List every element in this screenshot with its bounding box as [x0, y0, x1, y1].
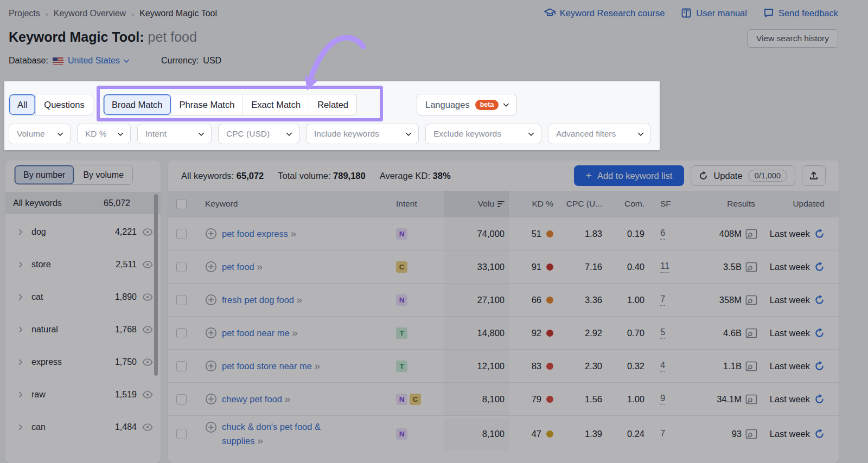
col-keyword[interactable]: Keyword — [194, 191, 395, 217]
expand-keyword-icon[interactable]: » — [257, 435, 263, 446]
sidebar-group-natural[interactable]: natural1,768 — [5, 313, 161, 346]
refresh-icon[interactable] — [814, 394, 825, 404]
sf-link[interactable]: 5 — [660, 327, 665, 339]
expand-keyword-icon[interactable]: » — [257, 261, 262, 272]
add-to-keyword-list-button[interactable]: + Add to keyword list — [574, 165, 685, 186]
serp-icon[interactable] — [745, 361, 757, 371]
refresh-icon[interactable] — [814, 262, 825, 272]
sidebar-group-cat[interactable]: cat1,890 — [5, 281, 161, 313]
header-link[interactable]: Send feedback — [763, 8, 838, 18]
keyword-link[interactable]: pet food » — [222, 260, 262, 274]
col-com[interactable]: Com. — [609, 191, 651, 217]
serp-icon[interactable] — [745, 328, 757, 338]
filter-dropdown-kd-[interactable]: KD % — [77, 124, 131, 144]
add-keyword-icon[interactable] — [205, 360, 217, 372]
filter-dropdown-advanced-filters[interactable]: Advanced filters — [548, 124, 651, 144]
expand-keyword-icon[interactable]: » — [291, 228, 296, 239]
eye-icon[interactable] — [142, 358, 153, 366]
view-search-history-button[interactable]: View search history — [747, 29, 838, 48]
update-button[interactable]: Update 0/1,000 — [691, 165, 795, 186]
export-button[interactable] — [802, 165, 826, 186]
row-checkbox[interactable] — [176, 328, 187, 338]
row-checkbox[interactable] — [176, 394, 187, 404]
refresh-icon[interactable] — [814, 328, 825, 338]
filter-dropdown-intent[interactable]: Intent — [137, 124, 212, 144]
add-keyword-icon[interactable] — [205, 261, 217, 273]
serp-icon[interactable] — [745, 295, 757, 305]
database-selector[interactable]: United States — [53, 56, 129, 66]
sidebar-scrollbar[interactable] — [154, 194, 158, 376]
filter-dropdown-volume[interactable]: Volume — [9, 124, 71, 144]
add-keyword-icon[interactable] — [205, 393, 217, 405]
col-updated[interactable]: Updated — [757, 191, 839, 217]
sidebar-toggle-by-volume[interactable]: By volume — [74, 165, 132, 184]
row-checkbox[interactable] — [176, 361, 187, 371]
filter-dropdown-exclude-keywords[interactable]: Exclude keywords — [425, 124, 541, 144]
tab-phrase-match[interactable]: Phrase Match — [171, 94, 243, 115]
serp-icon[interactable] — [745, 394, 757, 404]
sf-link[interactable]: 6 — [660, 228, 665, 240]
sf-link[interactable]: 9 — [660, 393, 665, 405]
row-checkbox[interactable] — [176, 229, 187, 239]
row-checkbox[interactable] — [176, 429, 187, 439]
eye-icon[interactable] — [142, 261, 153, 268]
expand-keyword-icon[interactable]: » — [297, 294, 302, 305]
col-cpc[interactable]: CPC (U... — [558, 191, 609, 217]
col-results[interactable]: Results — [681, 191, 757, 217]
sidebar-group-raw[interactable]: raw1,519 — [5, 378, 161, 411]
row-checkbox[interactable] — [176, 262, 187, 272]
serp-icon[interactable] — [745, 262, 757, 272]
expand-keyword-icon[interactable]: » — [285, 393, 290, 404]
sidebar-group-store[interactable]: store2,511 — [5, 248, 161, 281]
refresh-icon[interactable] — [814, 295, 825, 305]
sidebar-group-can[interactable]: can1,484 — [5, 411, 161, 443]
col-kd[interactable]: KD % — [509, 191, 558, 217]
sf-link[interactable]: 7 — [660, 428, 665, 440]
languages-dropdown[interactable]: Languages beta — [417, 94, 517, 115]
keyword-link[interactable]: chuck & don's pet food & supplies » — [222, 420, 349, 448]
breadcrumb-item[interactable]: Keyword Overview — [54, 9, 126, 18]
header-link[interactable]: User manual — [681, 8, 747, 18]
eye-icon[interactable] — [142, 423, 153, 431]
sf-link[interactable]: 7 — [660, 294, 665, 306]
breadcrumb-item[interactable]: Projects — [9, 9, 40, 18]
select-all-checkbox[interactable] — [176, 199, 187, 209]
breadcrumb-item[interactable]: Keyword Magic Tool — [139, 9, 217, 18]
tab-exact-match[interactable]: Exact Match — [242, 94, 309, 115]
header-link[interactable]: Keyword Research course — [544, 8, 665, 18]
add-keyword-icon[interactable] — [205, 327, 217, 339]
refresh-icon[interactable] — [814, 229, 825, 239]
serp-icon[interactable] — [745, 429, 757, 439]
keyword-link[interactable]: fresh pet dog food » — [222, 293, 302, 307]
tab-broad-match[interactable]: Broad Match — [104, 94, 171, 115]
row-checkbox[interactable] — [176, 295, 187, 305]
sf-link[interactable]: 11 — [660, 261, 669, 273]
refresh-icon[interactable] — [814, 361, 825, 371]
expand-keyword-icon[interactable]: » — [315, 360, 320, 371]
refresh-icon[interactable] — [814, 429, 825, 439]
add-keyword-icon[interactable] — [205, 228, 217, 240]
eye-icon[interactable] — [142, 293, 153, 301]
keyword-link[interactable]: pet food store near me » — [222, 359, 320, 373]
serp-icon[interactable] — [745, 229, 757, 239]
sidebar-group-express[interactable]: express1,750 — [5, 346, 161, 378]
keyword-link[interactable]: pet food near me » — [222, 326, 297, 340]
sidebar-item-all-keywords[interactable]: All keywords 65,072 — [5, 192, 161, 214]
col-intent[interactable]: Intent — [395, 191, 444, 217]
eye-icon[interactable] — [142, 326, 153, 333]
eye-icon[interactable] — [142, 228, 153, 236]
add-keyword-icon[interactable] — [205, 421, 217, 433]
add-keyword-icon[interactable] — [205, 294, 217, 306]
expand-keyword-icon[interactable]: » — [292, 327, 297, 338]
filter-dropdown-include-keywords[interactable]: Include keywords — [306, 124, 419, 144]
sidebar-toggle-by-number[interactable]: By number — [15, 165, 74, 184]
filter-dropdown-cpc-usd-[interactable]: CPC (USD) — [218, 124, 299, 144]
keyword-link[interactable]: chewy pet food » — [222, 392, 290, 406]
col-volume[interactable]: Volu — [444, 191, 509, 217]
keyword-link[interactable]: pet food express » — [222, 227, 296, 241]
tab-all[interactable]: All — [9, 94, 35, 115]
tab-questions[interactable]: Questions — [35, 94, 92, 115]
sidebar-group-dog[interactable]: dog4,221 — [5, 216, 161, 248]
col-sf[interactable]: SF — [651, 191, 681, 217]
eye-icon[interactable] — [142, 391, 153, 398]
